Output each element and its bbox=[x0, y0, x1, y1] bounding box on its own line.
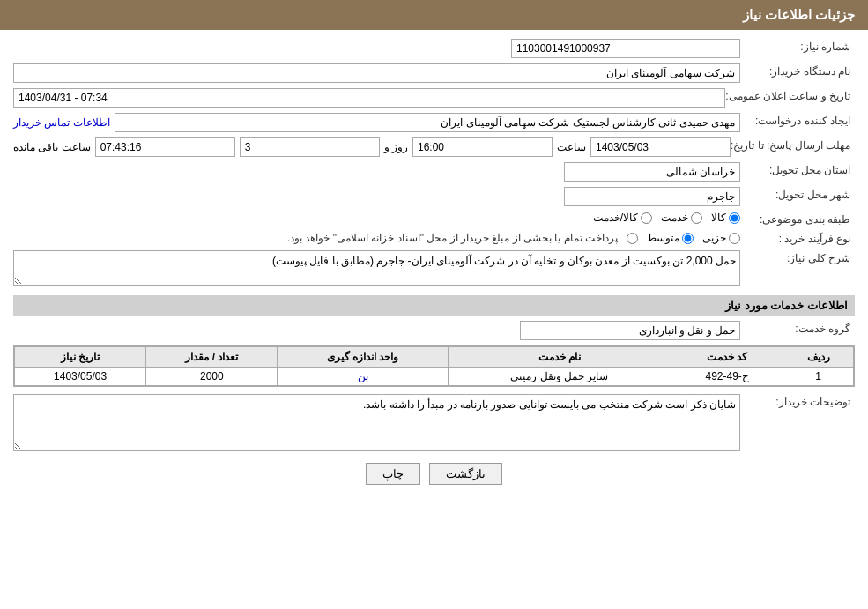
nam-dastgah-input[interactable] bbox=[13, 63, 740, 83]
tabaqe-khedmat-radio[interactable] bbox=[691, 212, 702, 224]
ostan-input[interactable] bbox=[564, 162, 740, 182]
noe-motavaset: متوسط bbox=[647, 232, 694, 244]
sharh-koli-row: شرح کلی نیاز: حمل 2,000 تن بوکسیت از معد… bbox=[13, 250, 855, 288]
cell-tedad: 2000 bbox=[146, 368, 278, 386]
back-button[interactable]: بازگشت bbox=[429, 463, 502, 485]
mohlat-label: مهلت ارسال پاسخ: تا تاریخ: bbox=[731, 137, 855, 157]
tabaqe-kala-label: کالا bbox=[711, 212, 726, 224]
noe-jozi-radio[interactable] bbox=[729, 233, 740, 244]
tarikh-row: تاریخ و ساعت اعلان عمومی: bbox=[13, 88, 855, 108]
shomare-niaz-label: شماره نیاز: bbox=[740, 39, 855, 58]
nam-dastgah-label: نام دستگاه خریدار: bbox=[740, 63, 855, 83]
noe-motavaset-radio[interactable] bbox=[682, 233, 694, 244]
shomare-niaz-input[interactable] bbox=[511, 39, 740, 58]
col-kod: کد خدمت bbox=[671, 347, 783, 368]
services-table-container: ردیف کد خدمت نام خدمت واحد اندازه گیری ت… bbox=[13, 345, 855, 387]
print-button[interactable]: چاپ bbox=[366, 463, 420, 485]
tabaqe-label: طبقه بندی موضوعی: bbox=[740, 212, 855, 226]
cell-vahed: تن bbox=[278, 368, 448, 386]
mohlat-saat-input[interactable] bbox=[412, 137, 553, 157]
header-title: جزئیات اطلاعات نیاز bbox=[743, 7, 855, 22]
ostan-label: استان محل تحویل: bbox=[740, 162, 855, 182]
mohlat-saat-label: ساعت bbox=[557, 141, 586, 153]
col-tarikh: تاریخ نیاز bbox=[15, 347, 146, 368]
tabaqe-kala-khedmat-label: کالا/خدمت bbox=[593, 212, 638, 224]
contact-link[interactable]: اطلاعات تماس خریدار bbox=[13, 116, 110, 129]
section-khadamat-title: اطلاعات خدمات مورد نیاز bbox=[725, 299, 848, 312]
tabaqe-khedmat: خدمت bbox=[661, 212, 702, 224]
tabaqe-kala-khedmat-radio[interactable] bbox=[641, 212, 652, 224]
tozihat-row: توضیحات خریدار: شایان ذکر است شرکت منتخب… bbox=[13, 394, 855, 454]
services-table: ردیف کد خدمت نام خدمت واحد اندازه گیری ت… bbox=[14, 346, 854, 386]
col-nam: نام خدمت bbox=[448, 347, 671, 368]
cell-tarikh: 1403/05/03 bbox=[15, 368, 146, 386]
col-vahed: واحد اندازه گیری bbox=[278, 347, 448, 368]
noe-farayand-label: نوع فرآیند خرید : bbox=[740, 231, 855, 245]
noe-farayand-radio-group: جزیی متوسط bbox=[627, 232, 740, 244]
ijad-konande-label: ایجاد کننده درخواست: bbox=[740, 113, 855, 132]
ijad-konande-input[interactable] bbox=[115, 113, 740, 132]
grohe-khedmat-input[interactable] bbox=[520, 321, 740, 340]
mohlat-mande-label: ساعت باقی مانده bbox=[13, 141, 91, 153]
cell-radif: 1 bbox=[783, 368, 854, 386]
cell-nam: سایر حمل ونقل زمینی bbox=[448, 368, 671, 386]
shahr-row: شهر محل تحویل: bbox=[13, 187, 855, 206]
tozihat-textarea[interactable]: شایان ذکر است شرکت منتخب می بایست توانای… bbox=[13, 394, 740, 451]
sharh-koli-label: شرح کلی نیاز: bbox=[740, 250, 855, 288]
mohlat-date-input[interactable] bbox=[590, 137, 731, 157]
mohlat-rooz-input[interactable] bbox=[240, 137, 380, 157]
ostan-row: استان محل تحویل: bbox=[13, 162, 855, 182]
noe-jozi: جزیی bbox=[702, 232, 740, 244]
tarikh-input[interactable] bbox=[13, 88, 725, 108]
sharh-koli-textarea[interactable]: حمل 2,000 تن بوکسیت از معدن بوکان و تخلی… bbox=[13, 250, 740, 286]
cell-kod: ح-49-492 bbox=[671, 368, 783, 386]
page-header: جزئیات اطلاعات نیاز bbox=[0, 0, 868, 30]
tabaqe-radio-group: کالا خدمت کالا/خدمت bbox=[13, 212, 740, 224]
table-row: 1 ح-49-492 سایر حمل ونقل زمینی تن 2000 1… bbox=[15, 368, 854, 386]
ijad-konande-row: ایجاد کننده درخواست: اطلاعات تماس خریدار bbox=[13, 113, 855, 132]
mohlat-rooz-label: روز و bbox=[384, 141, 408, 153]
tabaqe-kala-khedmat: کالا/خدمت bbox=[593, 212, 652, 224]
mohlat-row: مهلت ارسال پاسخ: تا تاریخ: ساعت روز و سا… bbox=[13, 137, 855, 157]
noe-farayand-row: نوع فرآیند خرید : جزیی متوسط پرداخت تم bbox=[13, 231, 855, 245]
noe-farayand-note: پرداخت تمام یا بخشی از مبلغ خریدار از مح… bbox=[287, 232, 618, 244]
nam-dastgah-row: نام دستگاه خریدار: document.currentScrip… bbox=[13, 63, 855, 83]
mohlat-mande-input[interactable] bbox=[95, 137, 235, 157]
shahr-input[interactable] bbox=[564, 187, 740, 206]
content-area: شماره نیاز: نام دستگاه خریدار: document.… bbox=[0, 30, 868, 502]
shahr-label: شهر محل تحویل: bbox=[740, 187, 855, 206]
section-khadamat-header: اطلاعات خدمات مورد نیاز bbox=[13, 295, 855, 316]
grohe-khedmat-row: گروه خدمت: bbox=[13, 321, 855, 340]
noe-motavaset-label: متوسط bbox=[647, 232, 679, 244]
button-row: بازگشت چاپ bbox=[13, 463, 855, 485]
tarikh-label: تاریخ و ساعت اعلان عمومی: bbox=[725, 88, 855, 108]
noe-other bbox=[627, 233, 638, 244]
tabaqe-row: طبقه بندی موضوعی: کالا خدمت کالا/خدمت bbox=[13, 212, 855, 226]
tozihat-label: توضیحات خریدار: bbox=[740, 394, 855, 454]
noe-jozi-label: جزیی bbox=[702, 232, 726, 244]
col-radif: ردیف bbox=[783, 347, 854, 368]
shomare-niaz-value bbox=[13, 39, 740, 58]
noe-other-radio[interactable] bbox=[627, 233, 638, 244]
grohe-khedmat-label: گروه خدمت: bbox=[740, 321, 855, 340]
tabaqe-kala: کالا bbox=[711, 212, 740, 224]
tabaqe-kala-radio[interactable] bbox=[729, 212, 740, 224]
shomare-niaz-row: شماره نیاز: bbox=[13, 39, 855, 58]
tabaqe-khedmat-label: خدمت bbox=[661, 212, 688, 224]
col-tedad: تعداد / مقدار bbox=[146, 347, 278, 368]
page-wrapper: جزئیات اطلاعات نیاز شماره نیاز: نام دستگ… bbox=[0, 0, 868, 609]
